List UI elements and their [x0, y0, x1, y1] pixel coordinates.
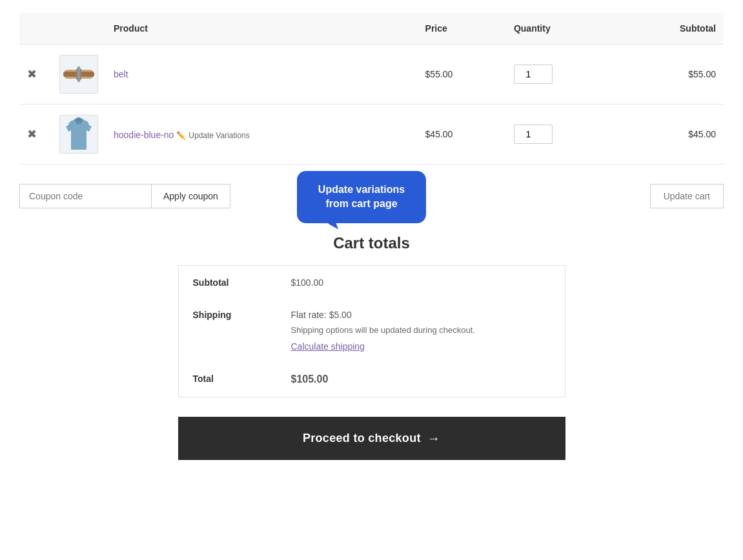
cart-totals-title: Cart totals [178, 234, 565, 252]
total-label: Total [180, 363, 277, 395]
col-header-product: Product [106, 13, 418, 45]
price-cell-hoodie: $45.00 [418, 105, 506, 165]
proceed-to-checkout-button[interactable]: Proceed to checkout → [178, 417, 565, 460]
image-cell [52, 45, 106, 105]
subtotal-cell-hoodie: $45.00 [618, 105, 724, 165]
remove-button[interactable]: ✖ [27, 68, 37, 80]
qty-input-hoodie[interactable] [514, 125, 553, 144]
totals-row-shipping: Shipping Flat rate: $5.00 Shipping optio… [180, 299, 564, 362]
cart-totals-section: Cart totals Subtotal $100.00 Shipping Fl… [178, 234, 565, 397]
price-cell-belt: $55.00 [418, 45, 506, 105]
remove-cell: ✖ [19, 105, 52, 165]
pencil-icon: ✏️ [176, 131, 186, 140]
shipping-info-cell: Flat rate: $5.00 Shipping options will b… [278, 299, 564, 362]
shipping-label: Shipping [180, 299, 277, 362]
tooltip-bubble: Update variations from cart page [297, 171, 426, 223]
product-link-belt[interactable]: belt [114, 69, 128, 79]
image-cell [52, 105, 106, 165]
coupon-input[interactable] [19, 184, 152, 208]
tooltip-text: Update variations from cart page [318, 184, 405, 209]
totals-row-subtotal: Subtotal $100.00 [180, 267, 564, 298]
table-row: ✖ belt $55.00 [19, 45, 724, 105]
subtotal-label: Subtotal [180, 267, 277, 298]
arrow-icon: → [427, 431, 440, 446]
totals-row-total: Total $105.00 [180, 363, 564, 395]
col-header-image [52, 13, 106, 45]
col-header-quantity: Quantity [506, 13, 618, 45]
update-variations-link[interactable]: ✏️ Update Variations [176, 131, 250, 140]
subtotal-value: $100.00 [278, 267, 564, 298]
svg-point-4 [76, 117, 82, 123]
col-header-price: Price [418, 13, 506, 45]
product-name-cell: belt [106, 45, 418, 105]
shipping-note: Shipping options will be updated during … [291, 325, 551, 335]
shipping-rate: Flat rate: $5.00 [291, 310, 551, 320]
product-name-cell: hoodie-blue-no ✏️ Update Variations [106, 105, 418, 165]
qty-input-belt[interactable] [514, 65, 553, 84]
subtotal-cell-belt: $55.00 [618, 45, 724, 105]
product-image-belt [59, 55, 98, 94]
product-link-hoodie[interactable]: hoodie-blue-no [114, 130, 174, 140]
qty-cell-hoodie [506, 105, 618, 165]
checkout-btn-wrapper: Proceed to checkout → [178, 417, 565, 460]
coupon-form: Apply coupon [19, 184, 230, 208]
checkout-label: Proceed to checkout [303, 432, 421, 445]
col-header-remove [19, 13, 52, 45]
update-cart-button[interactable]: Update cart [650, 184, 724, 208]
table-row: ✖ hoodie-blue-no ✏️ Update [19, 105, 724, 165]
remove-cell: ✖ [19, 45, 52, 105]
remove-button[interactable]: ✖ [27, 128, 37, 140]
cart-table: Product Price Quantity Subtotal ✖ [19, 13, 724, 165]
col-header-subtotal: Subtotal [618, 13, 724, 45]
totals-table: Subtotal $100.00 Shipping Flat rate: $5.… [178, 265, 565, 397]
calculate-shipping-link[interactable]: Calculate shipping [291, 341, 365, 352]
cart-actions: Apply coupon Update variations from cart… [19, 184, 724, 208]
apply-coupon-button[interactable]: Apply coupon [152, 184, 230, 208]
product-image-hoodie [59, 115, 98, 154]
hoodie-svg [65, 117, 93, 151]
svg-rect-3 [77, 66, 80, 82]
qty-cell-belt [506, 45, 618, 105]
page-wrapper: Product Price Quantity Subtotal ✖ [0, 0, 743, 473]
belt-svg [62, 66, 96, 83]
update-variations-text: Update Variations [188, 131, 250, 140]
total-value: $105.00 [278, 363, 564, 395]
